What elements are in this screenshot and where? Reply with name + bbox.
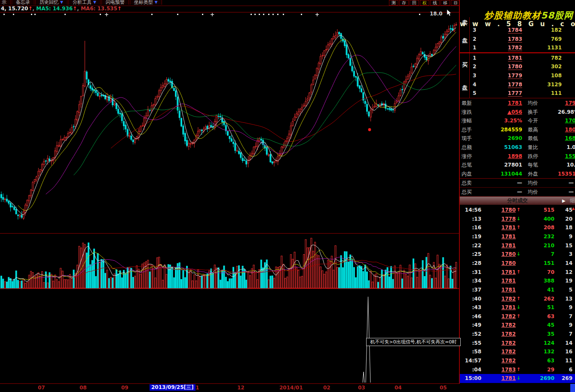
tape-row[interactable]: :521782357	[460, 330, 575, 339]
menu-item-analysis[interactable]: 分析工具▼	[68, 0, 101, 5]
buy-row[interactable]: 51777111	[460, 89, 575, 98]
tape-count: 9	[555, 303, 572, 312]
stat-value: 1553	[541, 152, 575, 161]
tape-price: 1782	[486, 347, 516, 356]
tape-volume: 515	[523, 206, 554, 215]
tape-row[interactable]: :491782459	[460, 321, 575, 330]
level-price: 1784	[483, 26, 522, 35]
menu-item-history[interactable]: 历史回忆▼	[35, 0, 67, 5]
buy-row[interactable]: 11781782	[460, 54, 575, 63]
tape-row[interactable]: :161781↑20818	[460, 223, 575, 232]
tape-row[interactable]: :131778↓40020	[460, 215, 575, 224]
stat-row: 涨停1898跌停1553	[460, 152, 575, 161]
sell-row[interactable]: 21783769	[460, 35, 575, 44]
chart-toolbar: 测存田权线移⊟▶|	[389, 0, 471, 6]
rights-adjust-button[interactable]: 权	[420, 0, 429, 6]
stat-label: 换手	[528, 108, 538, 117]
tape-row[interactable]: :34178138819	[460, 277, 575, 286]
tape-row[interactable]: :1917812329	[460, 232, 575, 241]
axis-label[interactable]: 05	[440, 385, 447, 391]
tape-count: 13	[555, 295, 572, 304]
date-axis[interactable]: 0708092013/09/25[三]1122014/0102030405	[0, 384, 575, 392]
axis-label[interactable]: 2014/01	[279, 385, 303, 391]
axis-label[interactable]: 04	[395, 385, 402, 391]
stat-label: 均价	[528, 99, 538, 108]
tape-row[interactable]: :431781↓519	[460, 303, 575, 312]
tape-row[interactable]: :371781415	[460, 286, 575, 295]
tape-row[interactable]: :461782↑637	[460, 312, 575, 321]
measure-button[interactable]: 测	[389, 0, 398, 6]
level-volume: 302	[523, 62, 562, 71]
sell-row[interactable]: 31784182	[460, 26, 575, 35]
grid-layout-button[interactable]: 田	[410, 0, 419, 6]
stat-label: 每笔	[528, 161, 538, 170]
menu-item-coord-type[interactable]: 坐标类型▼	[130, 0, 162, 5]
selected-date-label[interactable]: 2013/09/25[三]	[150, 384, 196, 391]
tape-row[interactable]: :041783↑296	[460, 365, 575, 374]
sell-row[interactable]: 117821131	[460, 43, 575, 52]
buy-row[interactable]: 417783129	[460, 80, 575, 89]
axis-label[interactable]: 08	[80, 385, 87, 391]
tape-detail-tab[interactable]: 细	[570, 197, 575, 205]
tape-volume: 35	[523, 330, 554, 339]
move-button[interactable]: 移	[440, 0, 450, 6]
axis-label[interactable]: 12	[237, 385, 245, 391]
stat-value: 1.03	[541, 143, 575, 152]
tape-row[interactable]: :251780↓73	[460, 250, 575, 259]
tape-row[interactable]: 15:001781↓2690269	[460, 374, 575, 383]
level-price: 1777	[483, 89, 522, 98]
watermark-brand: 58股网	[541, 10, 573, 21]
tape-volume: 51	[523, 303, 554, 312]
tape-count: 3	[555, 250, 572, 259]
tape-count: 9	[555, 232, 572, 241]
level-price: 1782	[483, 43, 522, 52]
stat-value: 26.98%	[541, 108, 575, 117]
tape-row[interactable]: :311781↑7012	[460, 268, 575, 277]
tape-row[interactable]: :28178015114	[460, 259, 575, 268]
window-split-button[interactable]: ⊟	[451, 0, 460, 6]
axis-label[interactable]: 09	[121, 385, 128, 391]
play-icon[interactable]: ▶	[562, 197, 566, 205]
up-arrow-icon: ↑	[517, 365, 523, 374]
menu-item-memo[interactable]: 备忘录	[12, 0, 34, 5]
tape-time: :04	[462, 365, 481, 374]
stat-row: 最新1781均价1794	[460, 99, 575, 108]
tape-price: 1783	[486, 365, 516, 374]
tape-row[interactable]: :55178212414	[460, 339, 575, 348]
tape-header[interactable]: 分时成交 ▶ 细	[460, 197, 575, 205]
axis-label[interactable]: 07	[38, 385, 45, 391]
save-button[interactable]: 存	[399, 0, 409, 6]
ma-value-1: MA5: 14.936	[36, 6, 73, 12]
axis-label[interactable]: 03	[358, 385, 365, 391]
buy-row[interactable]: 21780302	[460, 62, 575, 71]
buy-row[interactable]: 31779108	[460, 71, 575, 80]
total-row: 总买—均价—	[460, 188, 575, 197]
level-number: 3	[473, 71, 476, 80]
tape-volume: 70	[523, 268, 554, 277]
tape-price: 1782	[486, 321, 516, 330]
tape-row[interactable]: :58178213216	[460, 347, 575, 356]
axis-label[interactable]: 1	[196, 385, 199, 391]
tape-time: 14:56	[462, 206, 481, 215]
tape-count: 16	[555, 347, 572, 356]
tape-row[interactable]: :22178121015	[460, 241, 575, 250]
tape-row[interactable]: 14:5717826311	[460, 356, 575, 365]
tape-time: :19	[462, 232, 481, 241]
tape-volume: 29	[523, 365, 554, 374]
scroll-up-icon[interactable]: ▲	[572, 207, 575, 210]
stat-row: 总额51063量比1.03	[460, 143, 575, 152]
price-cursor-label: 18.0	[430, 11, 443, 17]
tape-row[interactable]: :401782↑26213	[460, 295, 575, 304]
tape-time: :13	[462, 215, 481, 224]
tape-count: 14	[555, 339, 572, 348]
axis-label[interactable]: 02	[323, 385, 330, 391]
menu-item-partial[interactable]: 示	[0, 0, 11, 5]
line-draw-button[interactable]: 线	[430, 0, 440, 6]
tape-volume: 7	[523, 250, 554, 259]
tape-count: 9	[555, 321, 572, 330]
menu-item-flash-alert[interactable]: 闪电预警	[101, 0, 129, 5]
tape-row[interactable]: 14:561780↑51545	[460, 206, 575, 215]
up-arrow-icon: ↑	[517, 268, 523, 277]
tape-time: :31	[462, 268, 481, 277]
stat-label: 最低	[528, 134, 538, 143]
